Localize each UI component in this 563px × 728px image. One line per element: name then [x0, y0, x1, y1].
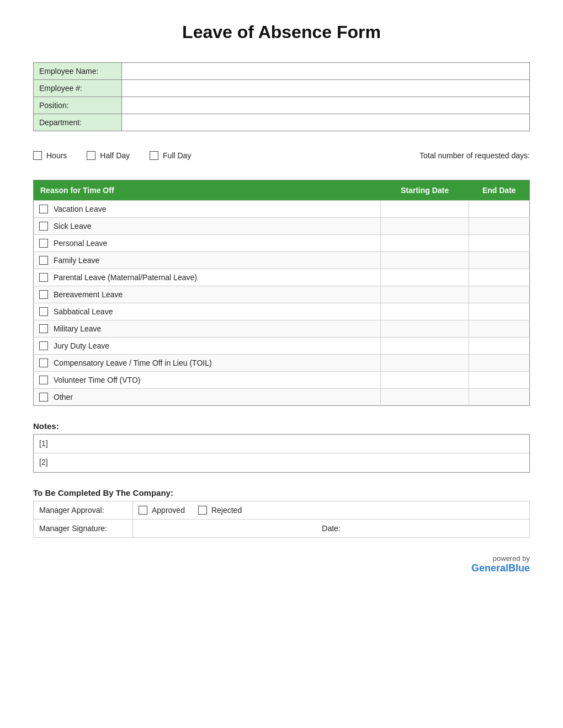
reason-end-date[interactable] [469, 201, 530, 218]
reason-item: Volunteer Time Off (VTO) [34, 372, 381, 389]
reason-start-date[interactable] [381, 355, 469, 372]
reason-start-date[interactable] [381, 218, 469, 235]
reason-start-date[interactable] [381, 372, 469, 389]
reason-end-date[interactable] [469, 252, 530, 269]
reason-label: Sabbatical Leave [54, 307, 113, 316]
reason-row: Bereavement Leave [34, 286, 530, 303]
reason-start-date[interactable] [381, 389, 469, 406]
reason-item: Sick Leave [34, 218, 381, 235]
reason-row: Sabbatical Leave [34, 303, 530, 320]
reason-checkbox[interactable] [39, 205, 48, 213]
reason-label: Volunteer Time Off (VTO) [54, 376, 140, 384]
reason-end-date[interactable] [469, 320, 530, 338]
reason-end-date[interactable] [469, 235, 530, 252]
reason-row: Military Leave [34, 320, 530, 338]
reason-checkbox[interactable] [39, 307, 48, 316]
reason-checkbox[interactable] [39, 376, 48, 384]
page-title: Leave of Absence Form [33, 22, 530, 42]
approved-option[interactable]: Approved [139, 506, 185, 515]
employee-field-value[interactable] [122, 63, 530, 80]
notes-box: [1] [2] [33, 434, 530, 473]
reason-end-date[interactable] [469, 269, 530, 286]
manager-signature-label: Manager Signature: [34, 520, 133, 538]
reason-start-date[interactable] [381, 201, 469, 218]
reason-end-date[interactable] [469, 338, 530, 355]
rejected-label: Rejected [211, 506, 242, 515]
reason-end-date[interactable] [469, 303, 530, 320]
reason-checkbox[interactable] [39, 393, 48, 402]
reason-checkbox[interactable] [39, 341, 48, 350]
brand-blue: Blue [508, 563, 530, 574]
reason-end-date[interactable] [469, 355, 530, 372]
full-day-checkbox[interactable] [150, 151, 158, 160]
reason-start-date[interactable] [381, 235, 469, 252]
employee-row: Position: [34, 97, 530, 114]
reason-checkbox[interactable] [39, 222, 48, 231]
manager-approval-options: Approved Rejected [133, 501, 530, 520]
reason-start-date[interactable] [381, 286, 469, 303]
duration-row: Hours Half Day Full Day Total number of … [33, 147, 530, 164]
reason-item: Sabbatical Leave [34, 303, 381, 320]
brand-name: GeneralBlue [33, 563, 530, 574]
employee-field-value[interactable] [122, 97, 530, 114]
reason-end-date[interactable] [469, 218, 530, 235]
reason-row: Other [34, 389, 530, 406]
reason-checkbox[interactable] [39, 239, 48, 248]
company-section-label: To Be Completed By The Company: [33, 488, 530, 497]
notes-section: Notes: [1] [2] [33, 421, 530, 473]
company-table: Manager Approval: Approved Rejected [33, 501, 530, 538]
notes-line-2[interactable]: [2] [34, 453, 529, 472]
manager-approval-label: Manager Approval: [34, 501, 133, 520]
reason-checkbox[interactable] [39, 290, 48, 299]
reason-label: Military Leave [54, 324, 101, 333]
half-day-option[interactable]: Half Day [87, 151, 130, 160]
rejected-checkbox[interactable] [198, 506, 207, 515]
reason-checkbox[interactable] [39, 324, 48, 333]
reason-checkbox[interactable] [39, 256, 48, 265]
reason-item: Parental Leave (Maternal/Paternal Leave) [34, 269, 381, 286]
reason-row: Parental Leave (Maternal/Paternal Leave) [34, 269, 530, 286]
reason-end-date[interactable] [469, 286, 530, 303]
employee-row: Employee Name: [34, 63, 530, 80]
reason-start-date[interactable] [381, 320, 469, 338]
reason-row: Family Leave [34, 252, 530, 269]
manager-approval-row: Manager Approval: Approved Rejected [34, 501, 530, 520]
employee-field-value[interactable] [122, 80, 530, 97]
employee-row: Employee #: [34, 80, 530, 97]
rejected-option[interactable]: Rejected [198, 506, 242, 515]
reason-item: Jury Duty Leave [34, 338, 381, 355]
reason-label: Sick Leave [54, 222, 91, 231]
half-day-checkbox[interactable] [87, 151, 95, 160]
reason-item: Compensatory Leave / Time Off in Lieu (T… [34, 355, 381, 372]
reason-end-date[interactable] [469, 372, 530, 389]
brand-general: General [471, 563, 508, 574]
notes-label: Notes: [33, 421, 530, 431]
approved-checkbox[interactable] [139, 506, 147, 515]
reason-checkbox[interactable] [39, 358, 48, 367]
reason-label: Bereavement Leave [54, 290, 123, 299]
reason-checkbox[interactable] [39, 273, 48, 282]
reason-end-date[interactable] [469, 389, 530, 406]
reason-start-date[interactable] [381, 303, 469, 320]
hours-label: Hours [46, 151, 67, 160]
employee-info-table: Employee Name:Employee #:Position:Depart… [33, 62, 530, 131]
reason-start-date[interactable] [381, 338, 469, 355]
reason-item: Bereavement Leave [34, 286, 381, 303]
reason-item: Personal Leave [34, 235, 381, 252]
reason-label: Family Leave [54, 256, 99, 265]
reason-row: Personal Leave [34, 235, 530, 252]
hours-checkbox[interactable] [33, 151, 42, 160]
reason-start-date[interactable] [381, 252, 469, 269]
reason-start-date[interactable] [381, 269, 469, 286]
notes-line-1[interactable]: [1] [34, 435, 529, 453]
reasons-header-col3: End Date [469, 180, 530, 201]
powered-by-text: powered by [33, 554, 530, 563]
hours-option[interactable]: Hours [33, 151, 67, 160]
employee-field-value[interactable] [122, 114, 530, 131]
employee-field-label: Employee Name: [34, 63, 122, 80]
full-day-option[interactable]: Full Day [150, 151, 191, 160]
reason-label: Personal Leave [54, 239, 107, 248]
reason-row: Volunteer Time Off (VTO) [34, 372, 530, 389]
reason-item: Other [34, 389, 381, 406]
reasons-header-col1: Reason for Time Off [34, 180, 381, 201]
